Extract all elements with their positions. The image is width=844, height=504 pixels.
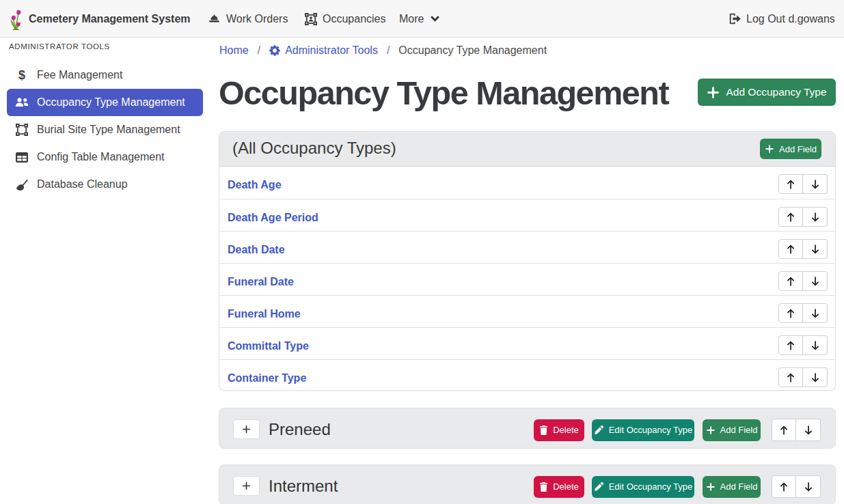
svg-text:$: $	[18, 68, 25, 82]
